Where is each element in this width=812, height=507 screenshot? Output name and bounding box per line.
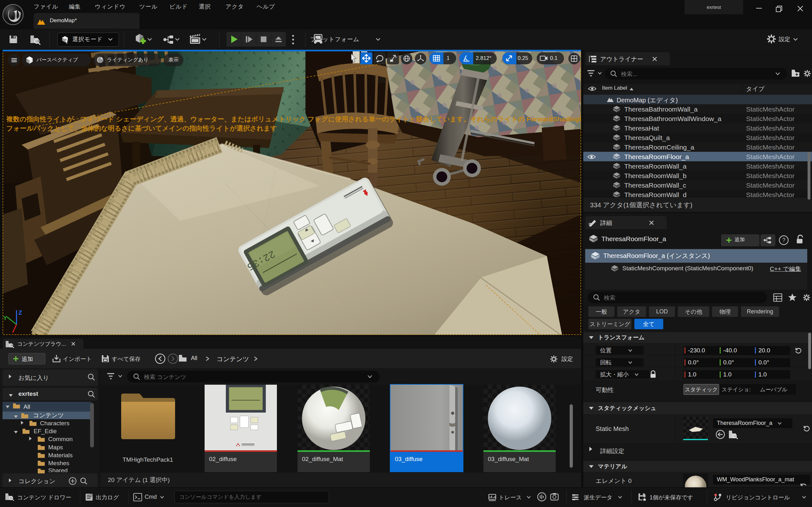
svg-text:複数の指向性ライトが、フォワード シェーディング、透過、ウォ: 複数の指向性ライトが、フォワード シェーディング、透過、ウォーター、またはボリュ… [6,115,581,123]
svg-text:フォールバックとして、全体的な明るさに基づいてメインの指向性: フォールバックとして、全体的な明るさに基づいてメインの指向性ライトが選択されます [6,124,277,132]
svg-text:?: ? [782,237,785,243]
svg-text:Y: Y [3,315,7,321]
svg-text:X: X [13,333,17,335]
svg-text:Z: Z [18,309,22,316]
